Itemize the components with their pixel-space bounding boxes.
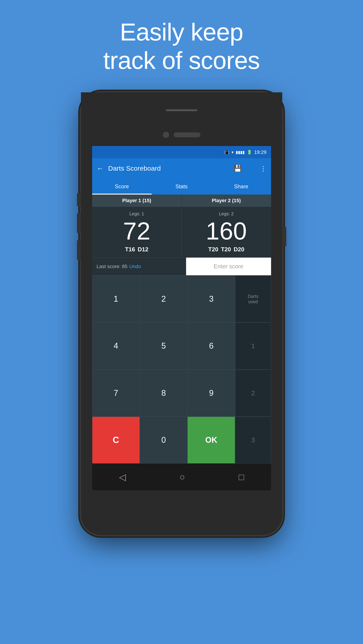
last-score-label: Last score: 85 Undo: [92, 258, 186, 275]
key-2[interactable]: 2: [140, 276, 188, 322]
bottom-bezel: [81, 92, 282, 128]
navigation-bar: ◁ ○ □: [92, 464, 271, 490]
battery-icon: 🔋: [247, 150, 252, 155]
darts-option-2[interactable]: 2: [235, 370, 271, 416]
clock: 19:29: [254, 149, 266, 155]
score-input[interactable]: Enter score: [186, 258, 271, 275]
player1-score-panel: Legs: 1 72 T16 D12: [92, 207, 182, 258]
nav-back-button[interactable]: ◁: [119, 472, 126, 482]
key-9[interactable]: 9: [188, 370, 235, 416]
key-clear[interactable]: C: [92, 416, 140, 464]
power-button[interactable]: [282, 226, 286, 247]
key-7[interactable]: 7: [92, 370, 140, 416]
key-1[interactable]: 1: [92, 276, 140, 322]
key-0[interactable]: 0: [140, 416, 188, 464]
key-8[interactable]: 8: [140, 370, 188, 416]
headline: Easily keep track of scores: [103, 18, 260, 74]
phone-device: 📳 ▾ ▮▮▮▮ 🔋 19:29 ← Darts Scoreboard 💾 👤 …: [81, 92, 282, 535]
key-ok[interactable]: OK: [188, 416, 235, 464]
player1-hints: T16 D12: [125, 246, 148, 253]
volume-up-button[interactable]: [77, 193, 81, 206]
key-3[interactable]: 3: [188, 276, 235, 322]
key-4[interactable]: 4: [92, 322, 140, 370]
front-camera: [163, 132, 169, 138]
signal-icon: ▮▮▮▮: [236, 150, 245, 155]
phone-shell: 📳 ▾ ▮▮▮▮ 🔋 19:29 ← Darts Scoreboard 💾 👤 …: [81, 92, 282, 535]
player1-legs: Legs: 1: [129, 211, 144, 216]
darts-option-3[interactable]: 3: [235, 416, 271, 464]
wifi-icon: ▾: [232, 150, 234, 155]
last-score-row: Last score: 85 Undo Enter score: [92, 258, 271, 276]
players-header: Player 1 (15) Player 2 (15): [92, 194, 271, 207]
key-6[interactable]: 6: [188, 322, 235, 370]
key-5[interactable]: 5: [140, 322, 188, 370]
numpad: 1 2 3 Dartsused 4 5 6 1 7 8 9 2 C 0 OK 3: [92, 276, 271, 464]
player1-score: 72: [123, 219, 150, 243]
app-bar-title: Darts Scoreboard: [108, 164, 234, 172]
undo-button[interactable]: Undo: [129, 264, 141, 270]
tab-bar: Score Stats Share: [92, 178, 271, 194]
darts-used-header: Dartsused: [235, 276, 271, 322]
app-bar-actions: 💾 👤 ⋮: [234, 164, 266, 172]
nav-home-button[interactable]: ○: [180, 472, 185, 482]
home-indicator: [166, 109, 197, 111]
status-icons: 📳 ▾ ▮▮▮▮ 🔋: [224, 150, 252, 155]
darts-option-1[interactable]: 1: [235, 322, 271, 370]
player2-hint-2: D20: [234, 246, 244, 253]
save-button[interactable]: 💾: [234, 164, 242, 172]
headline-line2: track of scores: [103, 46, 260, 74]
player2-score: 160: [206, 219, 247, 243]
back-button[interactable]: ←: [96, 164, 104, 173]
more-options-button[interactable]: ⋮: [260, 164, 266, 172]
tab-share[interactable]: Share: [211, 178, 271, 194]
phone-screen: 📳 ▾ ▮▮▮▮ 🔋 19:29 ← Darts Scoreboard 💾 👤 …: [92, 124, 271, 490]
account-button[interactable]: 👤: [247, 164, 255, 172]
player2-hint-1: T20: [221, 246, 231, 253]
tab-stats[interactable]: Stats: [152, 178, 211, 194]
vibrate-icon: 📳: [224, 150, 229, 155]
player2-hints: T20 T20 D20: [208, 246, 244, 253]
top-bezel: [92, 124, 271, 146]
player2-legs: Legs: 2: [219, 211, 234, 216]
status-bar: 📳 ▾ ▮▮▮▮ 🔋 19:29: [92, 146, 271, 158]
player2-hint-0: T20: [208, 246, 218, 253]
nav-recents-button[interactable]: □: [239, 472, 244, 482]
headline-line1: Easily keep: [120, 18, 243, 46]
player1-hint-1: D12: [138, 246, 148, 253]
player1-hint-0: T16: [125, 246, 135, 253]
score-area: Player 1 (15) Player 2 (15) Legs: 1 72 T…: [92, 194, 271, 276]
player2-score-panel: Legs: 2 160 T20 T20 D20: [182, 207, 271, 258]
tab-score[interactable]: Score: [92, 178, 152, 194]
mute-button[interactable]: [77, 240, 81, 260]
scores-row: Legs: 1 72 T16 D12 Legs: 2 160 T20 T20: [92, 207, 271, 258]
volume-down-button[interactable]: [77, 213, 81, 233]
player2-header: Player 2 (15): [182, 194, 271, 206]
app-bar: ← Darts Scoreboard 💾 👤 ⋮: [92, 158, 271, 178]
player1-header: Player 1 (15): [92, 194, 182, 206]
earpiece-speaker: [174, 132, 200, 137]
